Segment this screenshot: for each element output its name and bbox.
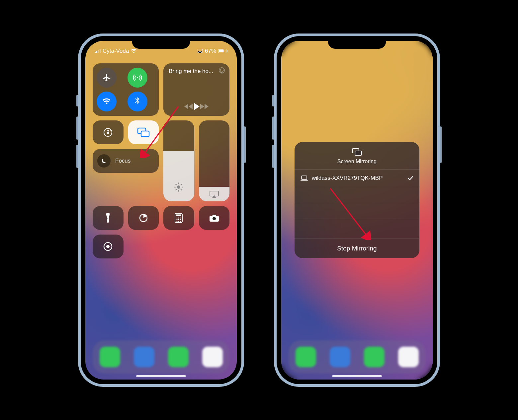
wifi-toggle[interactable] (97, 92, 117, 111)
orientation-lock-button[interactable] (93, 120, 124, 144)
svg-point-34 (177, 219, 178, 220)
play-button[interactable] (193, 103, 200, 110)
volume-fill (199, 187, 230, 201)
volume-up-button (272, 116, 274, 140)
dock-app[interactable] (134, 347, 154, 367)
device-name: wildass-XXVR279TQK-MBP (312, 175, 383, 181)
svg-point-32 (178, 217, 179, 218)
stop-mirroring-label: Stop Mirroring (337, 245, 377, 252)
wifi-icon (131, 49, 137, 53)
focus-label: Focus (115, 158, 130, 164)
dock-app[interactable] (296, 347, 316, 367)
svg-line-20 (176, 184, 177, 185)
svg-point-42 (106, 245, 110, 248)
side-button (244, 126, 246, 163)
volume-slider[interactable] (199, 120, 230, 201)
svg-rect-14 (141, 131, 149, 137)
phone-mockup-right: Screen Mirroring wildass-XXVR279TQK-MBP … (274, 34, 440, 387)
svg-rect-47 (301, 180, 308, 180)
brightness-slider[interactable] (163, 120, 194, 201)
screen-mirroring-icon (352, 148, 362, 156)
dock-app[interactable] (398, 347, 419, 367)
rewind-button[interactable] (184, 104, 193, 109)
dock (289, 340, 425, 374)
svg-rect-45 (355, 151, 361, 155)
dock (93, 340, 229, 374)
svg-point-35 (178, 219, 179, 220)
svg-rect-0 (95, 52, 96, 53)
connectivity-panel[interactable] (93, 63, 159, 116)
carrier-label: Cyta-Voda (103, 48, 129, 54)
home-indicator[interactable] (332, 375, 382, 377)
calculator-icon (175, 213, 183, 223)
volume-down-button (76, 145, 78, 168)
wifi-icon (102, 98, 111, 105)
now-playing-panel[interactable]: Bring me the ho... (163, 63, 229, 116)
svg-rect-46 (302, 176, 307, 179)
sun-icon (174, 182, 184, 192)
track-title: Bring me the ho... (169, 68, 224, 75)
svg-rect-1 (96, 51, 97, 53)
fast-forward-button[interactable] (200, 104, 209, 109)
screen-mirroring-icon (137, 127, 150, 137)
sheet-title: Screen Mirroring (337, 159, 377, 164)
bluetooth-toggle[interactable] (128, 92, 147, 111)
brightness-fill (163, 151, 194, 201)
record-icon (103, 242, 113, 251)
camera-button[interactable] (199, 206, 230, 230)
home-indicator[interactable] (136, 375, 186, 377)
notch (328, 36, 386, 49)
side-button (440, 126, 442, 163)
svg-line-21 (181, 189, 182, 190)
svg-rect-6 (219, 49, 224, 52)
antenna-icon (133, 73, 142, 82)
airplay-audio-icon[interactable] (218, 67, 225, 74)
timer-button[interactable] (128, 206, 159, 230)
focus-button[interactable]: Focus (93, 149, 159, 173)
screen-mirror-status-icon (197, 49, 203, 53)
checkmark-icon (407, 176, 413, 180)
dock-app[interactable] (364, 347, 385, 367)
dock-app[interactable] (202, 347, 223, 367)
battery-icon (218, 49, 227, 53)
svg-point-33 (180, 217, 181, 218)
svg-point-40 (213, 217, 216, 220)
svg-rect-3 (100, 49, 101, 53)
svg-point-10 (220, 69, 223, 72)
blank-row (295, 187, 419, 203)
svg-point-27 (108, 218, 109, 219)
cellular-data-toggle[interactable] (128, 68, 147, 88)
airplane-icon (102, 73, 111, 82)
svg-point-31 (177, 217, 178, 218)
dock-app[interactable] (100, 347, 120, 367)
screen-mirroring-sheet-panel: Screen Mirroring wildass-XXVR279TQK-MBP … (295, 142, 419, 258)
volume-down-button (272, 145, 274, 168)
svg-line-22 (176, 189, 177, 190)
svg-rect-2 (98, 50, 99, 53)
dock-app[interactable] (330, 347, 350, 367)
camera-icon (209, 214, 219, 222)
calculator-button[interactable] (163, 206, 194, 230)
screen-control-center: Cyta-Voda 67% (85, 41, 237, 380)
timer-icon (139, 213, 148, 223)
svg-point-39 (180, 221, 181, 222)
svg-rect-7 (227, 50, 227, 52)
svg-point-15 (177, 185, 180, 189)
flashlight-button[interactable] (93, 206, 124, 230)
svg-rect-30 (176, 214, 181, 216)
airplane-mode-toggle[interactable] (97, 68, 117, 88)
mute-switch (272, 95, 274, 106)
screen-record-button[interactable] (93, 235, 124, 258)
svg-rect-12 (107, 132, 109, 134)
dock-app[interactable] (168, 347, 189, 367)
mirror-device-row[interactable]: wildass-XXVR279TQK-MBP (295, 169, 419, 187)
svg-point-36 (180, 219, 181, 220)
laptop-icon (301, 175, 308, 181)
screen-mirroring-sheet: Screen Mirroring wildass-XXVR279TQK-MBP … (281, 41, 433, 380)
svg-point-37 (177, 221, 178, 222)
battery-pct-label: 67% (205, 48, 216, 54)
stop-mirroring-button[interactable]: Stop Mirroring (295, 239, 419, 258)
moon-icon (97, 154, 111, 168)
volume-up-button (76, 116, 78, 140)
screen-mirroring-button[interactable] (128, 120, 159, 144)
